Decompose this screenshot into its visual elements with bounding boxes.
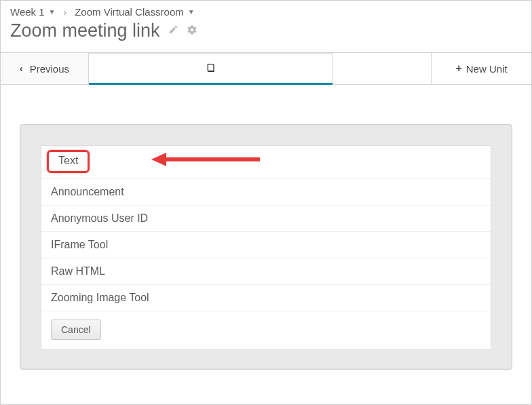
tabs-spacer bbox=[333, 53, 431, 84]
previous-label: Previous bbox=[30, 63, 69, 75]
content-panel: Text Announcement Anonymous User ID IFra… bbox=[1, 85, 531, 385]
breadcrumb-item-classroom[interactable]: Zoom Virtual Classroom ▼ bbox=[75, 6, 195, 18]
option-label: Announcement bbox=[51, 186, 124, 197]
plus-icon: + bbox=[455, 62, 461, 75]
option-label: Zooming Image Tool bbox=[51, 292, 149, 303]
svg-marker-1 bbox=[151, 153, 166, 166]
cancel-button[interactable]: Cancel bbox=[51, 320, 101, 340]
option-announcement[interactable]: Announcement bbox=[41, 179, 491, 206]
breadcrumb-label: Week 1 bbox=[10, 6, 45, 18]
tab-current-unit[interactable] bbox=[89, 53, 333, 84]
option-anonymous-user-id[interactable]: Anonymous User ID bbox=[41, 206, 491, 232]
caret-down-icon: ▼ bbox=[49, 8, 56, 16]
book-icon bbox=[206, 62, 216, 75]
edit-icon[interactable] bbox=[168, 24, 178, 37]
option-zooming-image-tool[interactable]: Zooming Image Tool bbox=[41, 285, 491, 311]
option-label: IFrame Tool bbox=[51, 239, 108, 250]
breadcrumb-label: Zoom Virtual Classroom bbox=[75, 6, 184, 18]
annotation-arrow bbox=[151, 146, 273, 176]
caret-down-icon: ▼ bbox=[188, 8, 195, 16]
previous-button[interactable]: ‹ Previous bbox=[1, 53, 89, 84]
option-text[interactable]: Text bbox=[41, 146, 491, 179]
option-label: Anonymous User ID bbox=[51, 212, 148, 224]
option-label: Raw HTML bbox=[51, 265, 105, 277]
tabs-row: ‹ Previous + New Unit bbox=[1, 52, 531, 85]
breadcrumb-item-week[interactable]: Week 1 ▼ bbox=[10, 6, 56, 18]
new-unit-button[interactable]: + New Unit bbox=[431, 53, 531, 84]
new-unit-label: New Unit bbox=[466, 63, 508, 75]
gear-icon[interactable] bbox=[187, 24, 197, 38]
page-title: Zoom meeting link bbox=[10, 20, 160, 41]
cancel-row: Cancel bbox=[41, 311, 491, 340]
option-raw-html[interactable]: Raw HTML bbox=[41, 258, 491, 285]
component-chooser: Text Announcement Anonymous User ID IFra… bbox=[20, 124, 512, 370]
page-title-row: Zoom meeting link bbox=[1, 20, 531, 52]
chevron-right-icon: › bbox=[64, 7, 67, 18]
option-label: Text bbox=[47, 150, 90, 173]
component-list: Text Announcement Anonymous User ID IFra… bbox=[41, 145, 491, 350]
option-iframe-tool[interactable]: IFrame Tool bbox=[41, 232, 491, 258]
chevron-left-icon: ‹ bbox=[20, 63, 23, 74]
breadcrumb: Week 1 ▼ › Zoom Virtual Classroom ▼ bbox=[1, 1, 531, 20]
